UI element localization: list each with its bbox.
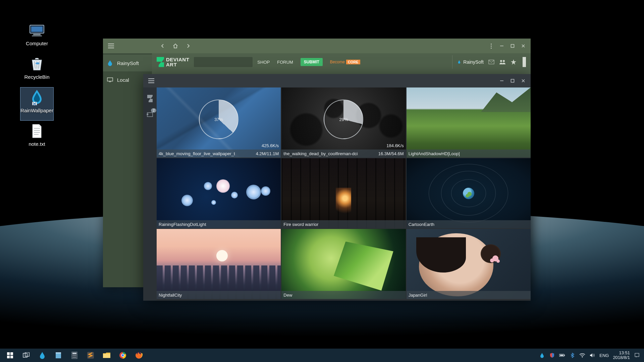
window-minimize-button[interactable] <box>496 75 507 86</box>
window-minimize-button[interactable] <box>496 41 507 51</box>
download-progress-pie: 37% <box>199 100 238 139</box>
tile-title: Dew <box>283 293 292 298</box>
tray-droplet-icon[interactable] <box>539 352 545 358</box>
search-input[interactable] <box>197 60 253 65</box>
desktop-icon-label: RainWallpaper <box>20 108 53 113</box>
toolbar-deviantart-button[interactable] <box>146 94 154 103</box>
nav-link-forum[interactable]: FORUM <box>277 60 293 65</box>
nav-back-button[interactable] <box>159 43 166 49</box>
become-core-link[interactable]: BecomeCORE <box>330 60 360 64</box>
monitor-icon <box>107 77 113 83</box>
recyclebin-icon <box>28 56 46 72</box>
desktop-icon-note[interactable]: note.txt <box>20 121 54 154</box>
desktop-icons: Computer RecycleBin RainWallpaper note.t… <box>20 20 54 154</box>
window-close-button[interactable] <box>518 41 529 51</box>
scrollbar-thumb[interactable] <box>523 57 526 67</box>
svg-point-28 <box>75 357 76 358</box>
tray-bluetooth-icon[interactable] <box>569 352 575 358</box>
tile-progress: 4.2M/11.1M <box>256 151 279 156</box>
tile-title: the_walking_dead_by_coolfireman-dci <box>283 151 358 156</box>
start-button[interactable] <box>2 349 18 362</box>
svg-rect-20 <box>56 352 61 354</box>
window-maximize-button[interactable] <box>507 75 518 86</box>
textfile-icon <box>28 123 46 139</box>
taskbar-app-notepad[interactable] <box>50 349 66 362</box>
tile-progress: 16.3M/54.6M <box>378 151 404 156</box>
tray-shield-icon[interactable] <box>549 352 555 358</box>
nav-forward-button[interactable] <box>185 43 192 49</box>
taskview-button[interactable] <box>18 349 34 362</box>
search-box[interactable] <box>194 57 253 67</box>
svg-rect-11 <box>511 79 514 82</box>
badge-count: 2 <box>151 108 156 113</box>
tray-battery-icon[interactable] <box>559 352 565 358</box>
submit-button[interactable]: SUBMIT <box>301 58 323 66</box>
svg-point-26 <box>73 357 74 358</box>
deviantart-logo[interactable]: DEVIANTART <box>157 57 189 67</box>
tray-volume-icon[interactable] <box>589 352 595 358</box>
tile-title: Fire sword warrior <box>283 222 318 227</box>
desktop-icon-computer[interactable]: Computer <box>20 20 54 54</box>
tray-language[interactable]: ENG <box>599 353 609 358</box>
svg-point-25 <box>75 355 76 356</box>
taskbar-app-calculator[interactable] <box>66 349 83 362</box>
wallpaper-tile[interactable]: 29% 184.6K/s the_walking_dead_by_coolfir… <box>281 87 406 158</box>
svg-rect-37 <box>565 355 565 356</box>
tray-notifications-icon[interactable] <box>634 352 640 358</box>
wallpaper-tile[interactable]: JapanGirl <box>407 229 531 299</box>
window-close-button[interactable] <box>518 75 529 86</box>
user-menu[interactable]: RainySoft <box>452 55 484 69</box>
tile-title: RainingFlashingDotLight <box>159 222 206 227</box>
hamburger-icon[interactable] <box>106 41 116 51</box>
wallpaper-tile[interactable]: Dew <box>281 229 406 299</box>
tray-clock[interactable]: 13:51 2018/8/1 <box>613 351 630 360</box>
wallpaper-tile[interactable]: LightAndShadowHD[Loop] <box>407 87 531 158</box>
window-titlebar[interactable] <box>143 74 531 87</box>
droplet-icon <box>107 60 113 66</box>
tile-title: JapanGirl <box>409 293 427 298</box>
tile-title: 4k_blue_moving_floor_live_wallpaper_t <box>159 151 235 156</box>
tile-title: CartoonEarth <box>409 222 434 227</box>
taskbar-app-firefox[interactable] <box>131 349 147 362</box>
wallpaper-tile[interactable]: CartoonEarth <box>407 158 531 228</box>
computer-icon <box>28 22 46 39</box>
star-icon[interactable] <box>511 59 517 65</box>
svg-point-38 <box>582 357 583 358</box>
tile-title: NightfallCity <box>159 293 182 298</box>
window-maximize-button[interactable] <box>507 41 518 51</box>
deviantart-mark-icon <box>157 57 164 67</box>
friends-icon[interactable] <box>499 59 506 65</box>
taskbar-app-rainwallpaper[interactable] <box>34 349 50 362</box>
taskbar-app-chrome[interactable] <box>115 349 131 362</box>
window-titlebar[interactable] <box>103 39 531 53</box>
download-speed: 425.6K/s <box>262 143 279 148</box>
menu-more-button[interactable] <box>486 41 496 51</box>
svg-rect-3 <box>32 35 42 37</box>
toolbar-downloads-button[interactable]: 2 <box>146 110 154 119</box>
svg-rect-6 <box>107 78 113 81</box>
tray-wifi-icon[interactable] <box>579 352 585 358</box>
wallpaper-tile[interactable]: NightfallCity <box>157 229 281 299</box>
taskbar-app-sublime[interactable] <box>83 349 99 362</box>
desktop-icon-recyclebin[interactable]: RecycleBin <box>20 54 54 87</box>
svg-rect-15 <box>7 356 10 358</box>
svg-point-27 <box>74 357 75 358</box>
wallpaper-tile[interactable]: 37% 425.6K/s 4k_blue_moving_floor_live_w… <box>157 87 281 158</box>
sidebar-item-label: RainySoft <box>117 60 139 66</box>
nav-home-button[interactable] <box>172 43 179 49</box>
hamburger-icon[interactable] <box>147 77 155 85</box>
svg-point-10 <box>503 60 505 62</box>
nav-buttons <box>159 43 192 49</box>
desktop-icon-label: note.txt <box>29 141 45 147</box>
svg-rect-36 <box>560 355 564 356</box>
app-window-gallery: 2 37% 425.6K/s 4k_blue_moving_floor_live… <box>143 74 531 301</box>
mail-icon[interactable] <box>488 60 494 64</box>
taskbar-app-explorer[interactable] <box>99 349 115 362</box>
wallpaper-tile[interactable]: Fire sword warrior <box>281 158 406 228</box>
nav-link-shop[interactable]: SHOP <box>257 60 270 65</box>
sidebar-item-rainysoft[interactable]: RainySoft <box>103 55 152 71</box>
wallpaper-tile[interactable]: RainingFlashingDotLight <box>157 158 281 228</box>
wallpaper-gallery: 37% 425.6K/s 4k_blue_moving_floor_live_w… <box>157 87 531 301</box>
svg-rect-5 <box>511 45 514 48</box>
desktop-icon-rainwallpaper[interactable]: RainWallpaper <box>20 87 54 121</box>
